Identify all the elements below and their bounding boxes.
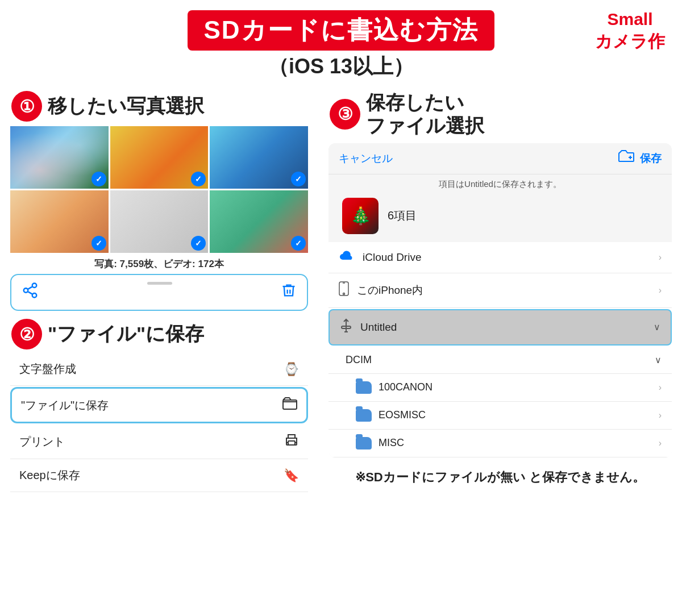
- subfolder-eosmisc-label: EOSMISC: [379, 409, 426, 421]
- note-text: ※SDカードにファイルが無い と保存できません。: [328, 468, 672, 486]
- folder-icon-misc: [356, 437, 372, 449]
- step2-text: "ファイル"に保存: [48, 321, 204, 347]
- subfolder-misc-left: MISC: [356, 437, 404, 449]
- files-icon: [282, 397, 297, 413]
- dcim-row[interactable]: DCIM ∨: [328, 347, 672, 374]
- svg-rect-5: [339, 282, 348, 295]
- check-badge-6: ✓: [291, 236, 306, 251]
- files-topbar: キャンセル 保存: [328, 143, 672, 174]
- check-badge-1: ✓: [92, 172, 106, 186]
- header: SDカードに書込む方法 （iOS 13以上） Small カメラ作: [0, 0, 682, 83]
- subfolder-100canon[interactable]: 100CANON ›: [328, 374, 672, 402]
- dcim-label: DCIM: [346, 354, 372, 366]
- untitled-chevron: ∨: [654, 322, 660, 332]
- menu-item-watch[interactable]: 文字盤作成 ⌚: [10, 353, 308, 386]
- location-icloud-left: iCloud Drive: [339, 250, 421, 265]
- photo-cell-6[interactable]: ✓: [210, 190, 308, 253]
- subfolder-100canon-label: 100CANON: [379, 381, 433, 393]
- menu-item-keep[interactable]: Keepに保存 🔖: [10, 459, 308, 492]
- files-panel: キャンセル 保存 項目はUntitledに保存されます。 6項目: [328, 143, 672, 457]
- photo-cell-3[interactable]: ✓: [210, 126, 308, 189]
- subfolder-misc-label: MISC: [379, 437, 404, 449]
- subfolder-misc[interactable]: MISC ›: [328, 430, 672, 457]
- location-icloud[interactable]: iCloud Drive ›: [328, 242, 672, 273]
- share-bar: [10, 274, 308, 311]
- check-badge-5: ✓: [191, 236, 206, 251]
- location-iphone[interactable]: このiPhone内 ›: [328, 273, 672, 308]
- menu-item-files[interactable]: "ファイル"に保存: [10, 387, 308, 423]
- menu-item-files-label: "ファイル"に保存: [21, 398, 109, 413]
- location-untitled[interactable]: Untitled ∨: [328, 309, 672, 346]
- photo-cell-2[interactable]: ✓: [110, 126, 209, 189]
- save-info: 項目はUntitledに保存されます。: [328, 174, 672, 192]
- step3-text: 保存したい ファイル選択: [366, 91, 484, 138]
- svg-rect-2: [288, 441, 295, 445]
- step3-label: ③ 保存したい ファイル選択: [330, 91, 676, 138]
- folder-icon-100canon: [356, 381, 372, 394]
- svg-point-7: [343, 293, 345, 294]
- menu-item-keep-label: Keepに保存: [19, 468, 80, 483]
- save-button[interactable]: 保存: [640, 151, 662, 166]
- thumb-row: 6項目: [328, 192, 672, 242]
- step1-label: ① 移したい写真選択: [11, 91, 313, 122]
- icloud-icon: [339, 250, 355, 265]
- cancel-button[interactable]: キャンセル: [339, 151, 393, 166]
- sub-title: （iOS 13以上）: [0, 53, 682, 81]
- brand-label: Small カメラ作: [595, 8, 665, 52]
- new-folder-icon[interactable]: [618, 150, 634, 167]
- main-title: SDカードに書込む方法: [188, 10, 494, 51]
- trash-icon[interactable]: [281, 282, 297, 302]
- location-untitled-left: Untitled: [340, 318, 397, 336]
- untitled-label: Untitled: [360, 321, 397, 334]
- watch-icon: ⌚: [284, 362, 299, 377]
- menu-item-print[interactable]: プリント: [10, 424, 308, 459]
- icloud-chevron: ›: [659, 252, 662, 263]
- folder-icon-eosmisc: [356, 409, 372, 422]
- keep-icon: 🔖: [284, 468, 299, 483]
- step1-circle: ①: [11, 91, 42, 122]
- location-list: iCloud Drive › このiPho: [328, 242, 672, 457]
- dcim-chevron: ∨: [655, 355, 662, 365]
- usb-icon: [340, 318, 352, 336]
- left-column: ① 移したい写真選択 ✓ ✓ ✓ ✓ ✓ ✓ 写真: 7,559枚、ビデ: [0, 83, 318, 616]
- eosmisc-chevron: ›: [659, 410, 662, 421]
- step3-circle: ③: [330, 99, 360, 130]
- photo-cell-1[interactable]: ✓: [10, 126, 109, 189]
- check-badge-3: ✓: [291, 172, 306, 186]
- photo-count: 写真: 7,559枚、ビデオ: 172本: [6, 257, 313, 270]
- iphone-chevron: ›: [659, 285, 662, 295]
- photo-cell-5[interactable]: ✓: [110, 190, 209, 253]
- right-column: ③ 保存したい ファイル選択 キャンセル 保存: [318, 83, 682, 616]
- photo-cell-4[interactable]: ✓: [10, 190, 109, 253]
- photo-grid: ✓ ✓ ✓ ✓ ✓ ✓: [10, 126, 308, 253]
- drag-handle: [147, 282, 172, 285]
- share-icon[interactable]: [22, 282, 39, 303]
- print-icon: [284, 433, 299, 450]
- thumb-image: [342, 198, 379, 234]
- step2-label: ② "ファイル"に保存: [11, 319, 313, 349]
- icloud-label: iCloud Drive: [363, 251, 421, 264]
- step1-text: 移したい写真選択: [48, 93, 204, 119]
- check-badge-4: ✓: [92, 236, 106, 251]
- subfolder-eosmisc-left: EOSMISC: [356, 409, 426, 422]
- 100canon-chevron: ›: [659, 382, 662, 393]
- item-count: 6項目: [388, 208, 417, 223]
- menu-item-print-label: プリント: [19, 434, 65, 449]
- subfolder-100canon-left: 100CANON: [356, 381, 433, 394]
- step2-circle: ②: [11, 319, 42, 349]
- menu-list: 文字盤作成 ⌚ "ファイル"に保存 プリント: [10, 353, 308, 492]
- save-area: 保存: [618, 150, 662, 167]
- iphone-icon: [339, 281, 349, 299]
- subfolder-eosmisc[interactable]: EOSMISC ›: [328, 402, 672, 430]
- location-iphone-left: このiPhone内: [339, 281, 423, 299]
- check-badge-2: ✓: [191, 172, 206, 186]
- iphone-label: このiPhone内: [357, 283, 423, 298]
- misc-chevron: ›: [659, 438, 662, 448]
- menu-item-watch-label: 文字盤作成: [19, 361, 76, 377]
